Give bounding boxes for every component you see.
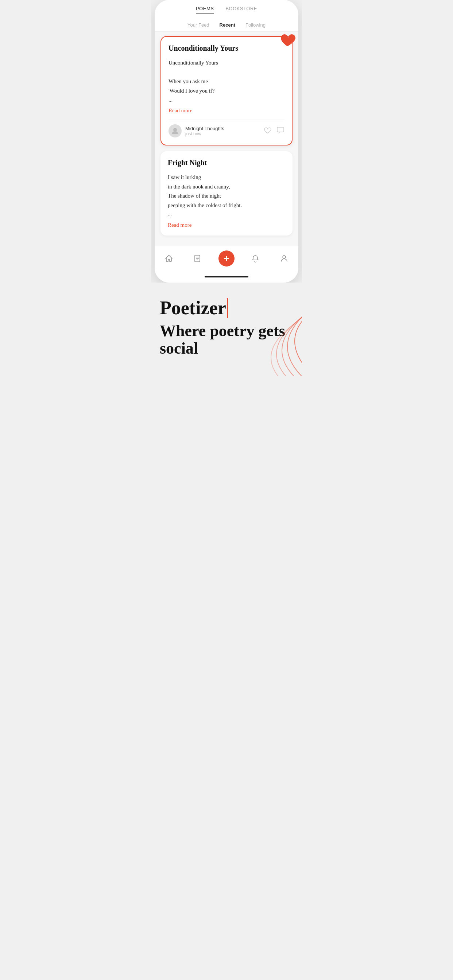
feed-tab-recent[interactable]: Recent: [220, 22, 235, 28]
svg-point-8: [283, 256, 286, 258]
poem2-text: I saw it lurking in the dark nook and cr…: [168, 173, 285, 210]
feed-tabs: Your Feed Recent Following: [155, 18, 298, 31]
svg-rect-1: [277, 127, 284, 132]
svg-text:$: $: [196, 258, 198, 261]
brand-cursor: [227, 298, 228, 318]
poem1-ellipsis: ...: [169, 97, 284, 103]
bottom-nav: $: [155, 246, 298, 274]
heart-float-icon: [278, 30, 297, 49]
poem2-title: Fright Night: [168, 159, 285, 167]
top-nav: POEMS BOOKSTORE Your Feed Recent Followi…: [155, 0, 298, 32]
author-avatar: [169, 124, 182, 137]
author-info: Midnight Thoughts just now: [185, 126, 263, 136]
author-name: Midnight Thoughts: [185, 126, 263, 131]
poem1-line3: 'Would I love you if?: [169, 88, 214, 94]
content-area: Unconditionally Yours Unconditionally Yo…: [155, 32, 298, 246]
feed-tab-following[interactable]: Following: [246, 22, 266, 28]
featured-poem-card: Unconditionally Yours Unconditionally Yo…: [161, 36, 292, 145]
poem2-line4: peeping with the coldest of fright.: [168, 202, 242, 208]
nav-add[interactable]: [219, 250, 234, 267]
poem2-line2: in the dark nook and cranny,: [168, 184, 230, 189]
comment-icon[interactable]: [276, 126, 284, 135]
phone-screen: POEMS BOOKSTORE Your Feed Recent Followi…: [155, 0, 298, 283]
author-row: Midnight Thoughts just now: [169, 119, 284, 137]
poem1-title: Unconditionally Yours: [169, 44, 284, 52]
poem2-line1: I saw it lurking: [168, 174, 201, 180]
poem1-line2: When you ask me: [169, 78, 208, 84]
nav-home[interactable]: [161, 250, 177, 267]
poem2-line3: The shadow of the night: [168, 193, 221, 199]
svg-point-0: [173, 128, 177, 132]
nav-notifications[interactable]: [247, 250, 263, 267]
feed-tab-yourfeed[interactable]: Your Feed: [187, 22, 209, 28]
author-time: just now: [185, 131, 263, 136]
nav-profile[interactable]: [276, 250, 292, 267]
poem1-text: Unconditionally Yours When you ask me 'W…: [169, 58, 284, 95]
poem2-read-more[interactable]: Read more: [168, 222, 191, 228]
nav-tabs: POEMS BOOKSTORE: [155, 6, 298, 18]
action-icons: [263, 126, 284, 135]
brand-name-text: Poetizer: [160, 297, 226, 319]
nav-tab-poems[interactable]: POEMS: [196, 6, 214, 13]
phone-mockup: POEMS BOOKSTORE Your Feed Recent Followi…: [155, 0, 298, 283]
arc-decoration: [255, 310, 302, 376]
branding-section: Poetizer Where poetry gets social: [151, 283, 302, 376]
nav-bookstore[interactable]: $: [190, 250, 206, 267]
poem1-read-more[interactable]: Read more: [169, 108, 192, 114]
poem2-card: Fright Night I saw it lurking in the dar…: [161, 151, 292, 235]
like-icon[interactable]: [263, 126, 271, 135]
home-indicator: [205, 276, 248, 277]
poem2-ellipsis: ...: [168, 212, 285, 218]
poem1-line1: Unconditionally Yours: [169, 60, 218, 65]
nav-tab-bookstore[interactable]: BOOKSTORE: [225, 6, 257, 13]
